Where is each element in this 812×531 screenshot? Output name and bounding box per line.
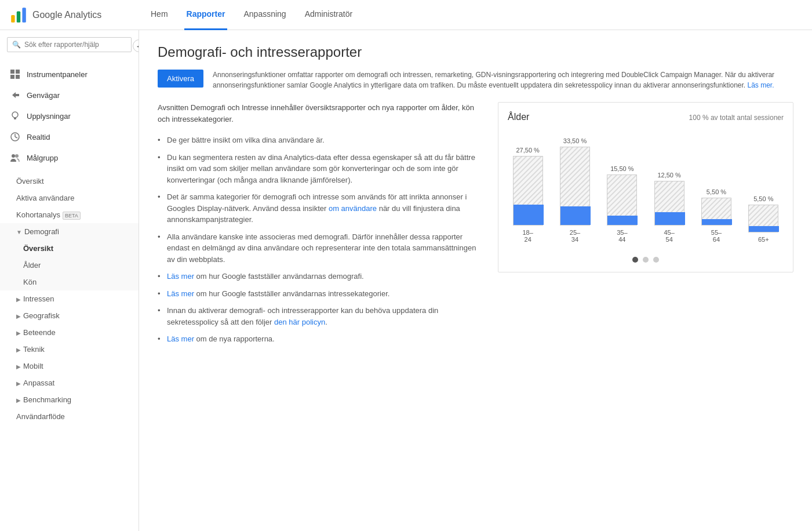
malgrupp-subitems: Översikt Aktiva användare KohortanalysBE… (0, 173, 139, 425)
sidebar-sub-anvandarflode[interactable]: Användarflöde (0, 408, 139, 425)
anpassat-expand-arrow: ▶ (16, 380, 21, 387)
bar-blue-5 (749, 226, 779, 232)
chart-header: Ålder 100 % av totalt antal sessioner (508, 112, 784, 122)
grid-icon (9, 68, 21, 80)
bar-group-4: 5,50 %55– 64 (696, 188, 736, 243)
chart-box: Ålder 100 % av totalt antal sessioner 27… (498, 102, 793, 272)
bar-pct-5: 5,50 % (753, 195, 773, 202)
bar-label-1: 25– 34 (570, 229, 580, 243)
bar-bg-5 (748, 205, 778, 232)
svg-rect-1 (17, 11, 20, 22)
demografi-expand-arrow: ▼ (16, 229, 22, 235)
bar-label-5: 65+ (758, 236, 769, 243)
activate-description: Annonseringsfunktioner omfattar rapporte… (213, 70, 793, 90)
bar-blue-2 (607, 216, 638, 225)
chart-subtitle: 100 % av totalt antal sessioner (689, 114, 784, 122)
las-mer-link-1[interactable]: Läs mer (167, 272, 194, 281)
sidebar-item-realtid[interactable]: Realtid (0, 126, 139, 147)
bar-bg-0 (513, 156, 543, 226)
las-mer-link-3[interactable]: Läs mer (167, 334, 194, 343)
bar-container-4 (701, 198, 731, 226)
insikter-link[interactable]: om användare (329, 204, 377, 213)
sidebar-sub-beteende[interactable]: ▶Beteende (0, 324, 139, 341)
sidebar-sub-oversikt[interactable]: Översikt (0, 173, 139, 190)
sidebar-sub-geografisk[interactable]: ▶Geografisk (0, 307, 139, 324)
sidebar-sub-intressen[interactable]: ▶Intressen (0, 290, 139, 307)
bullet-1: De ger bättre insikt om vilka dina använ… (158, 132, 484, 149)
sidebar-sub-mobilt[interactable]: ▶Mobilt (0, 358, 139, 374)
bar-bg-2 (607, 174, 637, 226)
bar-pct-4: 5,50 % (707, 188, 726, 195)
clock-icon (9, 131, 21, 143)
page-title: Demografi- och intresserapporter (158, 44, 793, 60)
sidebar-item-malgrupp[interactable]: Målgrupp (0, 147, 139, 168)
intressen-expand-arrow: ▶ (16, 296, 21, 303)
sidebar-item-instrumentpaneler[interactable]: Instrumentpaneler (0, 64, 139, 85)
chart-dot-2[interactable] (643, 257, 649, 263)
top-nav-links: Hem Rapporter Anpassning Administratör (148, 0, 355, 30)
bar-bg-4 (701, 198, 731, 226)
bar-blue-3 (655, 212, 685, 225)
main-layout: ◀ 🔍 Instrumentpaneler Genvägar (0, 30, 812, 531)
sidebar: ◀ 🔍 Instrumentpaneler Genvägar (0, 30, 139, 531)
bar-group-5: 5,50 %65+ (744, 195, 784, 243)
bar-blue-0 (514, 205, 544, 225)
sidebar-sub-teknik[interactable]: ▶Teknik (0, 341, 139, 358)
activate-button[interactable]: Aktivera (158, 70, 203, 88)
nav-hem[interactable]: Hem (148, 0, 170, 30)
sidebar-item-genvagar[interactable]: Genvägar (0, 85, 139, 106)
chart-title: Ålder (508, 112, 529, 122)
sidebar-sub-anpassat[interactable]: ▶Anpassat (0, 374, 139, 391)
right-column: Ålder 100 % av totalt antal sessioner 27… (498, 102, 793, 355)
top-nav: Google Analytics Hem Rapporter Anpassnin… (0, 0, 812, 30)
sidebar-sub-sub-dem-kon[interactable]: Kön (0, 274, 139, 290)
search-box[interactable]: 🔍 (7, 37, 132, 52)
left-column: Avsnitten Demografi och Intresse innehål… (158, 102, 484, 355)
intro-text: Avsnitten Demografi och Intresse innehål… (158, 102, 484, 125)
bullet-5: Läs mer om hur Google fastställer använd… (158, 268, 484, 285)
search-input[interactable] (24, 41, 126, 49)
beta-badge: BETA (63, 212, 81, 220)
svg-point-13 (12, 154, 15, 158)
bar-chart: 27,50 %18– 2433,50 %25– 3415,50 %35– 441… (508, 132, 784, 248)
nav-administrator[interactable]: Administratör (303, 0, 355, 30)
bar-label-0: 18– 24 (522, 229, 533, 243)
sidebar-sub-sub-dem-alder[interactable]: Ålder (0, 257, 139, 274)
sidebar-collapse-button[interactable]: ◀ (133, 39, 139, 52)
sidebar-sub-kohort[interactable]: KohortanalysBETA (0, 206, 139, 223)
sidebar-section-main: Instrumentpaneler Genvägar Upplysningar … (0, 59, 139, 173)
bar-bg-3 (654, 181, 684, 226)
bar-label-3: 45– 54 (664, 229, 674, 243)
beteende-expand-arrow: ▶ (16, 330, 21, 336)
logo-area: Google Analytics (9, 6, 148, 24)
sidebar-sub-benchmarking[interactable]: ▶Benchmarking (0, 391, 139, 408)
arrow-left-icon (9, 89, 21, 101)
bar-container-0 (513, 156, 543, 226)
las-mer-link-2[interactable]: Läs mer (167, 289, 194, 298)
sidebar-item-upplysningar[interactable]: Upplysningar (0, 106, 139, 126)
chart-dot-1[interactable] (632, 257, 638, 263)
sidebar-item-genvagar-label: Genvägar (27, 91, 60, 100)
nav-rapporter[interactable]: Rapporter (184, 0, 228, 30)
mobilt-expand-arrow: ▶ (16, 363, 21, 370)
svg-rect-3 (10, 70, 14, 74)
bar-container-3 (654, 181, 684, 226)
sidebar-item-instrumentpaneler-label: Instrumentpaneler (27, 70, 88, 79)
search-icon: 🔍 (12, 41, 21, 49)
sidebar-sub-aktiva[interactable]: Aktiva användare (0, 190, 139, 206)
activate-learn-more-link[interactable]: Läs mer. (748, 81, 774, 89)
bar-group-0: 27,50 %18– 24 (508, 147, 548, 243)
bullet-list: De ger bättre insikt om vilka dina använ… (158, 132, 484, 348)
bar-bg-1 (560, 147, 590, 226)
demografi-group: ▼Demografi Översikt Ålder Kön (0, 223, 139, 290)
svg-rect-9 (14, 118, 16, 119)
content-area: Demografi- och intresserapporter Aktiver… (139, 30, 812, 531)
nav-anpassning[interactable]: Anpassning (241, 0, 288, 30)
sidebar-sub-sub-dem-oversikt[interactable]: Översikt (0, 240, 139, 257)
bar-label-4: 55– 64 (711, 229, 722, 243)
sidebar-sub-demografi[interactable]: ▼Demografi (0, 223, 139, 240)
chart-dot-3[interactable] (653, 257, 659, 263)
bar-pct-1: 33,50 % (563, 137, 587, 144)
policy-link[interactable]: den här policyn (274, 318, 325, 326)
bar-label-2: 35– 44 (617, 229, 627, 243)
